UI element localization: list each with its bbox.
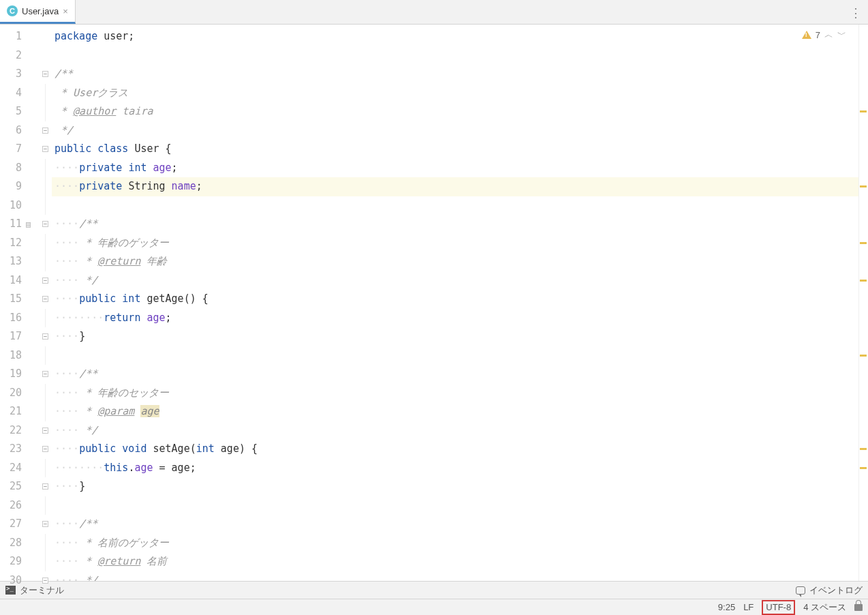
fold-toggle[interactable]: − xyxy=(42,296,48,302)
structure-icon[interactable]: ▤ xyxy=(26,220,31,229)
class-icon: C xyxy=(7,5,18,16)
fold-toggle[interactable]: − xyxy=(42,146,48,152)
file-encoding[interactable]: UTF-8 xyxy=(762,600,795,615)
code-area[interactable]: package user; /** * Userクラス * @author ta… xyxy=(52,25,858,581)
toolwindow-bar: ターミナル イベントログ xyxy=(0,581,868,599)
tab-filename: User.java xyxy=(22,6,59,16)
warning-icon xyxy=(802,31,811,39)
fold-toggle[interactable]: − xyxy=(42,427,48,434)
fold-toggle[interactable]: − xyxy=(42,578,48,584)
fold-toggle[interactable]: − xyxy=(42,127,48,134)
gutter-fold: − − − − − − − − − − − − − xyxy=(41,25,52,581)
eventlog-icon[interactable] xyxy=(796,586,805,595)
fold-toggle[interactable]: − xyxy=(42,333,48,340)
eventlog-button[interactable]: イベントログ xyxy=(809,584,863,597)
fold-toggle[interactable]: − xyxy=(42,278,48,284)
fold-toggle[interactable]: − xyxy=(42,446,48,452)
code-editor[interactable]: 12 34 56 78 910 1112 1314 1516 1718 1920… xyxy=(0,25,868,581)
fold-toggle[interactable]: − xyxy=(42,521,48,527)
warning-count: 7 xyxy=(816,30,820,40)
lock-icon[interactable] xyxy=(854,604,863,611)
fold-toggle[interactable]: − xyxy=(42,371,48,377)
tab-user-java[interactable]: C User.java × xyxy=(0,0,76,24)
indent-setting[interactable]: 4 スペース xyxy=(803,601,846,614)
tab-menu-icon[interactable]: ⋮ xyxy=(850,5,863,20)
editor-tabbar: C User.java × ⋮ xyxy=(0,0,868,25)
close-icon[interactable]: × xyxy=(63,6,68,16)
gutter-line-numbers: 12 34 56 78 910 1112 1314 1516 1718 1920… xyxy=(0,25,25,581)
terminal-icon[interactable] xyxy=(5,586,16,595)
fold-toggle[interactable]: − xyxy=(42,221,48,227)
gutter-structure-icons: ▤ xyxy=(25,25,41,581)
fold-toggle[interactable]: − xyxy=(42,483,48,490)
inspection-widget[interactable]: 7 ︿ ﹀ xyxy=(802,29,846,41)
line-separator[interactable]: LF xyxy=(743,602,754,612)
marker-stripe[interactable] xyxy=(858,25,868,581)
caret-position[interactable]: 9:25 xyxy=(718,602,735,612)
chevron-down-icon[interactable]: ﹀ xyxy=(837,29,846,41)
chevron-up-icon[interactable]: ︿ xyxy=(824,29,833,41)
status-bar: 9:25 LF UTF-8 4 スペース xyxy=(0,599,868,615)
fold-toggle[interactable]: − xyxy=(42,71,48,77)
